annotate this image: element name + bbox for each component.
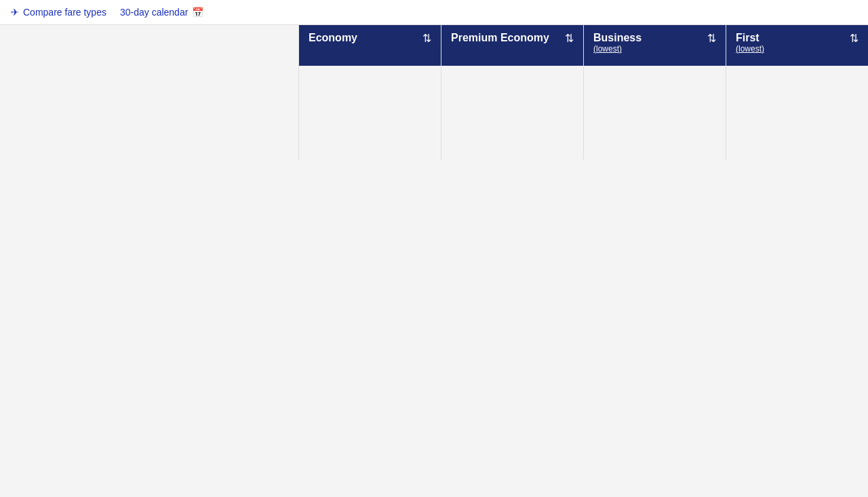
plane-icon: ✈	[11, 7, 19, 18]
business-sort-icon[interactable]: ⇅	[707, 32, 716, 45]
premium-economy-col-title: Premium Economy	[451, 32, 549, 44]
calendar-30day-link[interactable]: 30-day calendar 📅	[120, 7, 203, 18]
first-col-title: First	[736, 32, 764, 44]
economy-sort-icon[interactable]: ⇅	[422, 32, 431, 45]
business-col-title: Business	[593, 32, 642, 44]
first-col-header: First (lowest) ⇅	[726, 25, 868, 161]
compare-fare-types-link[interactable]: ✈ Compare fare types	[11, 7, 106, 18]
page-layout: Economy ⇅ Premium Economy ⇅ Business	[0, 25, 868, 161]
first-sort-icon[interactable]: ⇅	[850, 32, 859, 45]
economy-col-header: Economy ⇅	[298, 25, 441, 161]
business-col-header: Business (lowest) ⇅	[583, 25, 726, 161]
compare-fare-label: Compare fare types	[23, 7, 106, 18]
business-col-subtitle[interactable]: (lowest)	[593, 44, 642, 54]
premium-economy-sort-icon[interactable]: ⇅	[565, 32, 574, 45]
fare-columns-header: Economy ⇅ Premium Economy ⇅ Business	[298, 25, 868, 161]
left-header-spacer	[0, 25, 298, 161]
calendar-icon: 📅	[192, 7, 203, 18]
economy-col-title: Economy	[309, 32, 357, 44]
top-bar: ✈ Compare fare types 30-day calendar 📅	[0, 0, 868, 25]
first-col-subtitle[interactable]: (lowest)	[736, 44, 764, 54]
calendar-label: 30-day calendar	[120, 7, 188, 18]
premium-economy-col-header: Premium Economy ⇅	[441, 25, 583, 161]
